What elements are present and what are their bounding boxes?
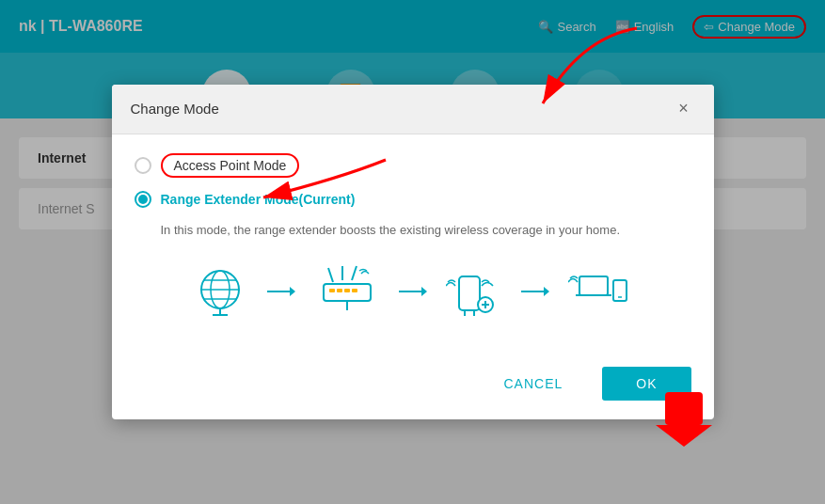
diagram-devices xyxy=(568,263,634,320)
svg-line-11 xyxy=(352,266,357,280)
modal-overlay: Change Mode × Access Point Mode Range Ex… xyxy=(0,0,825,504)
modal-title: Change Mode xyxy=(131,101,219,117)
access-point-mode-option[interactable]: Access Point Mode xyxy=(135,153,691,178)
access-point-label: Access Point Mode xyxy=(161,153,300,178)
diagram-arrow-2 xyxy=(399,284,427,299)
diagram-arrow-1 xyxy=(267,284,295,299)
svg-marker-8 xyxy=(290,287,295,296)
modal-footer: CANCEL OK xyxy=(112,357,714,419)
modal-body: Access Point Mode Range Extender Mode(Cu… xyxy=(112,134,714,358)
svg-rect-16 xyxy=(352,289,357,292)
svg-rect-20 xyxy=(459,276,480,310)
mode-description: In this mode, the range extender boosts … xyxy=(161,221,691,240)
radio-selected-indicator xyxy=(138,195,148,204)
access-point-radio[interactable] xyxy=(135,157,151,174)
mode-diagram xyxy=(135,254,691,339)
diagram-extender xyxy=(446,263,502,320)
diagram-arrow-3 xyxy=(521,284,549,299)
svg-marker-27 xyxy=(544,287,549,296)
close-button[interactable]: × xyxy=(673,98,695,120)
svg-marker-19 xyxy=(421,287,427,296)
cancel-button[interactable]: CANCEL xyxy=(475,367,591,401)
diagram-router xyxy=(314,263,380,320)
range-extender-radio[interactable] xyxy=(135,191,151,208)
svg-rect-14 xyxy=(337,289,342,292)
modal-header: Change Mode × xyxy=(112,85,714,134)
svg-rect-28 xyxy=(579,276,608,295)
svg-line-9 xyxy=(328,268,333,282)
ok-button[interactable]: OK xyxy=(602,367,690,401)
svg-rect-15 xyxy=(344,289,350,292)
range-extender-label: Range Extender Mode(Current) xyxy=(161,192,356,207)
change-mode-modal: Change Mode × Access Point Mode Range Ex… xyxy=(112,85,714,420)
svg-rect-13 xyxy=(329,289,335,292)
range-extender-mode-option[interactable]: Range Extender Mode(Current) xyxy=(135,191,691,208)
diagram-internet xyxy=(192,263,248,320)
